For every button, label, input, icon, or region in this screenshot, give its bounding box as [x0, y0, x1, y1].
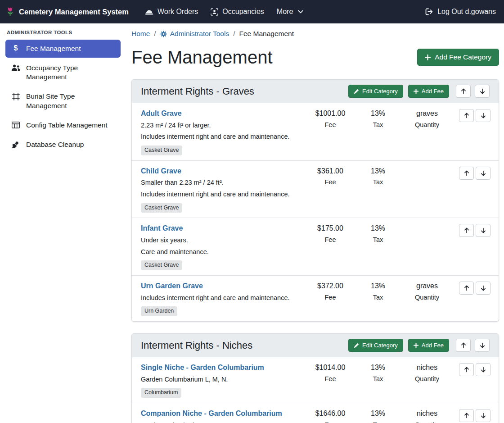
move-category-down-button[interactable] [475, 85, 490, 98]
arrow-down-icon [481, 413, 486, 418]
sidebar-item-config-table-management[interactable]: Config Table Management [5, 116, 121, 134]
arrow-up-icon [464, 170, 469, 176]
app-window: Cemetery Management System Work Orders [0, 0, 504, 423]
fee-amount-column: $1014.00 Fee [305, 363, 356, 382]
category-title: Interment Rights - Graves [141, 86, 348, 97]
add-fee-label: Add Fee [422, 88, 444, 95]
add-fee-button[interactable]: Add Fee [408, 85, 449, 98]
move-category-up-button[interactable] [456, 339, 471, 352]
fee-row: Companion Niche - Garden Columbarium Gar… [132, 403, 499, 423]
tax-label: Tax [356, 236, 400, 243]
breadcrumb-separator: / [233, 30, 235, 38]
add-fee-category-button[interactable]: Add Fee Category [417, 49, 499, 66]
fee-info: Companion Niche - Garden Columbarium Gar… [141, 409, 305, 423]
quantity-label: Quantity [400, 375, 454, 382]
fee-row: Child Grave Smaller than 2.23 m² / 24 ft… [132, 161, 499, 218]
move-fee-down-button[interactable] [476, 409, 490, 422]
arrow-up-icon [464, 285, 469, 291]
fee-name-link[interactable]: Infant Grave [141, 224, 183, 233]
fee-description: 2.23 m² / 24 ft² or larger. [141, 121, 302, 130]
fee-amount-column: $175.00 Fee [305, 224, 356, 243]
tax-label: Tax [356, 178, 400, 186]
move-fee-up-button[interactable] [459, 224, 474, 237]
hard-hat-icon [145, 9, 153, 15]
move-fee-down-button[interactable] [476, 109, 490, 122]
breadcrumb-admin-tools-link[interactable]: Administrator Tools [160, 30, 230, 38]
nav-label: Occupancies [222, 8, 264, 16]
move-fee-up-button[interactable] [459, 409, 474, 422]
edit-category-label: Edit Category [362, 88, 398, 95]
chevron-down-icon [298, 10, 303, 14]
move-fee-up-button[interactable] [459, 109, 474, 122]
tax-column: 13% Tax [356, 409, 400, 423]
tax-column: 13% Tax [356, 363, 400, 382]
edit-category-button[interactable]: Edit Category [348, 85, 403, 98]
sidebar-item-occupancy-type-management[interactable]: Occupancy Type Management [5, 59, 121, 86]
tax-value: 13% [356, 282, 400, 291]
sidebar-item-burial-site-type-management[interactable]: Burial Site Type Management [5, 87, 121, 114]
move-category-up-button[interactable] [456, 85, 471, 98]
broom-icon [11, 141, 21, 149]
fee-amount: $1014.00 [305, 363, 356, 373]
add-fee-button[interactable]: Add Fee [408, 339, 449, 352]
quantity-value: niches [400, 363, 454, 373]
fee-row: Adult Grave 2.23 m² / 24 ft² or larger. … [132, 103, 499, 161]
fee-amount: $361.00 [305, 167, 356, 176]
pencil-icon [354, 89, 359, 94]
logout-button[interactable]: Log Out d.gowans [425, 8, 496, 16]
occupancy-frame-icon [211, 8, 218, 16]
fee-description: Under six years. [141, 236, 302, 245]
table-icon [11, 122, 21, 128]
nav-item-work-orders[interactable]: Work Orders [139, 4, 204, 19]
add-fee-label: Add Fee [422, 342, 444, 349]
nav-items: Work Orders Occupancies [139, 4, 310, 19]
plus-icon [414, 89, 418, 94]
move-category-down-button[interactable] [475, 339, 490, 352]
tax-value: 13% [356, 224, 400, 233]
move-fee-down-button[interactable] [476, 363, 490, 376]
move-fee-up-button[interactable] [459, 363, 474, 376]
page-title: Fee Management [131, 47, 273, 68]
fee-type-badge: Casket Grave [141, 260, 182, 270]
sidebar-item-fee-management[interactable]: $ Fee Management [5, 40, 121, 58]
fee-type-badge: Casket Grave [141, 203, 182, 213]
fee-name-link[interactable]: Child Grave [141, 167, 181, 176]
move-fee-down-button[interactable] [476, 224, 490, 237]
arrow-up-icon [461, 88, 466, 94]
move-fee-up-button[interactable] [459, 282, 474, 295]
app-title: Cemetery Management System [19, 8, 129, 16]
move-fee-up-button[interactable] [459, 167, 474, 180]
quantity-column: niches Quantity [400, 409, 454, 423]
fee-name-link[interactable]: Urn Garden Grave [141, 282, 203, 291]
quantity-value: niches [400, 409, 454, 418]
fee-amount-label: Fee [305, 421, 356, 423]
tax-label: Tax [356, 294, 400, 301]
fee-amount: $175.00 [305, 224, 356, 233]
fee-reorder-controls [459, 167, 490, 180]
tax-column: 13% Tax [356, 109, 400, 128]
top-navbar: Cemetery Management System Work Orders [0, 0, 504, 23]
brand[interactable]: Cemetery Management System [5, 6, 129, 18]
fee-name-link[interactable]: Companion Niche - Garden Columbarium [141, 409, 282, 418]
quantity-label: Quantity [400, 294, 454, 301]
move-fee-down-button[interactable] [476, 282, 490, 295]
category-header: Interment Rights - Niches Edit Category [132, 334, 499, 357]
arrow-up-icon [461, 342, 466, 348]
tax-label: Tax [356, 375, 400, 382]
sidebar-item-database-cleanup[interactable]: Database Cleanup [5, 136, 121, 154]
fee-name-link[interactable]: Adult Grave [141, 109, 182, 118]
move-fee-down-button[interactable] [476, 167, 490, 180]
fee-name-link[interactable]: Single Niche - Garden Columbarium [141, 363, 264, 373]
fee-type-badge: Casket Grave [141, 146, 182, 155]
fee-description: Garden Columbarium L, M, N. [141, 375, 302, 384]
breadcrumb-home-link[interactable]: Home [131, 30, 150, 38]
fee-type-badge: Columbarium [141, 388, 181, 398]
fee-reorder-controls [459, 282, 490, 295]
nav-item-more[interactable]: More [270, 4, 310, 19]
fee-amount-column: $361.00 Fee [305, 167, 356, 186]
nav-item-occupancies[interactable]: Occupancies [204, 4, 270, 19]
logout-icon [425, 8, 433, 15]
logout-label: Log Out d.gowans [437, 8, 496, 16]
edit-category-button[interactable]: Edit Category [348, 339, 403, 352]
arrow-down-icon [481, 367, 486, 373]
